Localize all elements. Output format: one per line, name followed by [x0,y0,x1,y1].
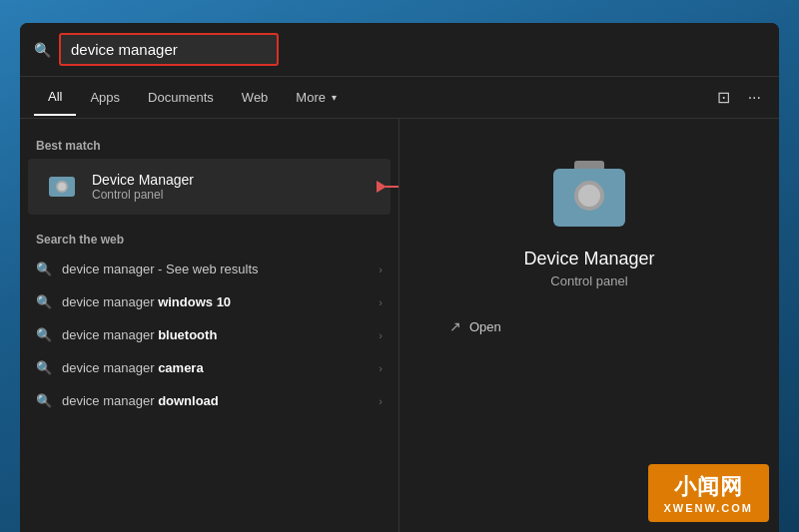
search-icon-1: 🔍 [36,294,52,309]
more-options-icon[interactable]: ··· [744,85,765,111]
chevron-right-icon-2: › [379,329,383,341]
search-input[interactable] [59,33,279,66]
web-item-3[interactable]: 🔍 device manager camera › [20,351,399,384]
open-label: Open [469,319,501,334]
device-manager-icon-large [549,159,629,233]
best-match-title: Device Manager [92,172,375,188]
web-item-text-0: device manager - See web results [62,262,379,276]
web-item-text-3: device manager camera [62,360,379,375]
search-bar: 🔍 [20,23,779,77]
chevron-right-icon-1: › [379,296,383,308]
watermark-main-text: 小闻网 [664,472,754,502]
tab-documents[interactable]: Documents [134,80,228,115]
tab-apps[interactable]: Apps [76,80,134,115]
search-icon-2: 🔍 [36,327,52,342]
tabs-actions: ⊡ ··· [713,84,765,111]
left-panel: Best match Device Manager Control panel [20,119,400,532]
web-item-1[interactable]: 🔍 device manager windows 10 › [20,285,399,318]
open-icon: ↗ [449,318,461,334]
web-item-4[interactable]: 🔍 device manager download › [20,384,399,417]
search-icon: 🔍 [34,42,51,58]
best-match-item[interactable]: Device Manager Control panel [28,159,391,215]
tab-all[interactable]: All [34,79,76,116]
best-match-label: Best match [20,133,399,159]
search-panel: 🔍 All Apps Documents Web More ▾ ⊡ ··· Be… [20,23,779,532]
right-panel: Device Manager Control panel ↗ Open 小闻网 … [400,119,779,532]
web-item-0[interactable]: 🔍 device manager - See web results › [20,253,399,285]
chevron-right-icon-3: › [379,362,383,374]
tab-web[interactable]: Web [228,80,283,115]
watermark: 小闻网 XWENW.COM [648,464,770,522]
watermark-sub-text: XWENW.COM [664,502,754,514]
chevron-right-icon-0: › [379,264,383,275]
web-search-label: Search the web [20,227,399,253]
main-content: Best match Device Manager Control panel [20,119,779,532]
share-icon[interactable]: ⊡ [713,84,734,111]
tabs-bar: All Apps Documents Web More ▾ ⊡ ··· [20,77,779,119]
web-item-text-1: device manager windows 10 [62,294,379,309]
web-item-bold-1: windows 10 [158,294,231,309]
web-item-2[interactable]: 🔍 device manager bluetooth › [20,318,399,351]
web-item-bold-2: bluetooth [158,327,217,342]
search-icon-4: 🔍 [36,393,52,408]
chevron-right-icon-4: › [379,395,383,407]
search-icon-0: 🔍 [36,262,52,276]
web-search-section: Search the web 🔍 device manager - See we… [20,227,399,417]
tab-more[interactable]: More ▾ [282,80,351,115]
web-item-text-2: device manager bluetooth [62,327,379,342]
best-match-subtitle: Control panel [92,188,375,202]
web-item-bold-4: download [158,393,219,408]
right-panel-title: Device Manager [523,249,654,269]
open-button[interactable]: ↗ Open [439,312,511,340]
search-icon-3: 🔍 [36,360,52,375]
web-item-suffix-0: - See web results [155,262,259,276]
chevron-down-icon: ▾ [332,92,337,103]
web-item-bold-3: camera [158,360,204,375]
device-manager-icon-small [44,169,80,205]
best-match-text: Device Manager Control panel [92,172,375,202]
arrow-indicator [377,181,400,193]
right-panel-subtitle: Control panel [550,273,627,288]
web-item-text-4: device manager download [62,393,379,408]
